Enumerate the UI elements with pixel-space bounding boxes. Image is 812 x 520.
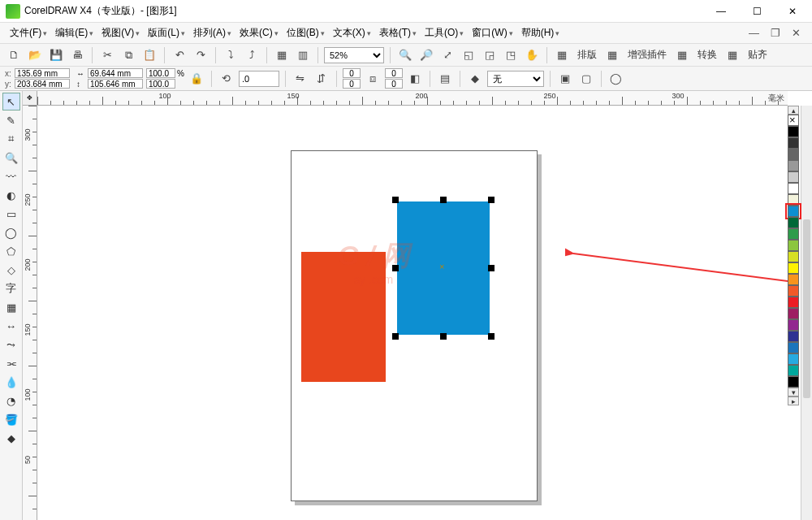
table-tool[interactable]: ▦	[2, 298, 20, 316]
zoom-tool[interactable]: 🔍	[2, 149, 20, 167]
to-back-icon[interactable]: ▢	[577, 70, 595, 88]
color-swatch[interactable]	[788, 194, 799, 206]
print-icon[interactable]: 🖶	[68, 46, 86, 64]
crop-tool[interactable]: ⌗	[2, 130, 20, 148]
color-swatch[interactable]	[788, 365, 799, 376]
orange-rectangle[interactable]	[301, 252, 386, 382]
menu-arrange[interactable]: 排列(A)▾	[190, 24, 235, 41]
canvas[interactable]: G / 网 sy .com ×	[37, 106, 788, 520]
color-swatch[interactable]	[788, 342, 799, 353]
menu-layout[interactable]: 版面(L)▾	[145, 24, 188, 41]
blend-tool[interactable]: ⫘	[2, 354, 20, 372]
window-minimize-button[interactable]: —	[703, 1, 739, 22]
color-swatch[interactable]	[788, 319, 799, 331]
color-swatch[interactable]	[788, 297, 799, 308]
basic-shapes-tool[interactable]: ◇	[2, 261, 20, 279]
menu-text[interactable]: 文本(X)▾	[330, 24, 374, 41]
color-swatch[interactable]	[788, 262, 799, 274]
color-swatch[interactable]	[788, 251, 799, 262]
window-close-button[interactable]: ✕	[775, 1, 810, 22]
scale-y-input[interactable]	[146, 79, 175, 89]
color-swatch[interactable]	[788, 274, 799, 285]
height-input[interactable]	[88, 79, 143, 89]
color-swatch[interactable]	[788, 376, 799, 388]
app-launcher-icon[interactable]: ▦	[273, 46, 291, 64]
corner-together-icon[interactable]: ◧	[406, 70, 424, 88]
zoom-all-icon[interactable]: ◳	[502, 46, 520, 64]
fill-tool[interactable]: 🪣	[2, 410, 20, 428]
outline-tool[interactable]: ◔	[2, 392, 20, 410]
menu-edit[interactable]: 编辑(E)▾	[52, 24, 97, 41]
color-swatch[interactable]	[788, 217, 799, 228]
color-swatch[interactable]	[788, 137, 799, 149]
connector-tool[interactable]: ⤳	[2, 336, 20, 353]
welcome-icon[interactable]: ▥	[294, 46, 312, 64]
convert-icon[interactable]: ▦	[673, 46, 691, 64]
doc-minimize-button[interactable]: —	[744, 27, 764, 39]
ruler-origin[interactable]: ✥	[23, 91, 37, 106]
menu-file[interactable]: 文件(F)▾	[6, 24, 50, 41]
menu-view[interactable]: 视图(V)▾	[98, 24, 143, 41]
menu-tools[interactable]: 工具(O)▾	[421, 24, 467, 41]
shape-tool[interactable]: ✎	[2, 111, 20, 129]
cut-icon[interactable]: ✂	[98, 46, 116, 64]
color-swatch[interactable]	[788, 240, 799, 251]
dimension-tool[interactable]: ↔	[2, 317, 20, 335]
doc-close-button[interactable]: ✕	[787, 27, 806, 39]
polygon-tool[interactable]: ⬠	[2, 242, 20, 260]
zoom-in-icon[interactable]: 🔍	[396, 46, 414, 64]
doc-restore-button[interactable]: ❐	[766, 27, 785, 39]
vertical-ruler[interactable]: 30025020015010050	[23, 106, 37, 520]
corner-br-input[interactable]	[385, 79, 403, 89]
scale-x-input[interactable]	[146, 68, 175, 78]
color-swatch[interactable]	[788, 183, 799, 194]
mirror-h-icon[interactable]: ⇋	[292, 70, 309, 88]
save-icon[interactable]: 💾	[47, 46, 65, 64]
pick-tool[interactable]: ↖	[2, 93, 20, 110]
rectangle-tool[interactable]: ▭	[2, 205, 20, 223]
color-swatch[interactable]	[788, 331, 799, 342]
outline-width-select[interactable]: 无	[487, 71, 544, 87]
paste-icon[interactable]: 📋	[140, 46, 158, 64]
text-tool[interactable]: 字	[2, 280, 20, 297]
color-swatch[interactable]	[788, 206, 799, 217]
menu-window[interactable]: 窗口(W)▾	[469, 24, 516, 41]
import-icon[interactable]: ⤵	[222, 46, 240, 64]
color-swatch[interactable]	[788, 149, 799, 160]
window-maximize-button[interactable]: ☐	[739, 1, 775, 22]
corner-lock-icon[interactable]: ⧈	[364, 70, 382, 88]
corner-tl-input[interactable]	[343, 68, 361, 78]
zoom-fit-icon[interactable]: ◱	[460, 46, 477, 64]
arrange-icon[interactable]: ▦	[553, 46, 571, 64]
zoom-page-icon[interactable]: ⤢	[438, 46, 456, 64]
menu-table[interactable]: 表格(T)▾	[376, 24, 420, 41]
export-icon[interactable]: ⤴	[243, 46, 261, 64]
color-swatch[interactable]	[788, 160, 799, 171]
menu-help[interactable]: 帮助(H)▾	[518, 24, 564, 41]
convert-curves-icon[interactable]: ◯	[607, 70, 625, 88]
corner-tr-input[interactable]	[385, 68, 403, 78]
vertical-scrollbar-thumb[interactable]	[803, 219, 810, 398]
to-front-icon[interactable]: ▣	[556, 70, 574, 88]
y-position-input[interactable]	[15, 79, 70, 89]
lock-ratio-icon[interactable]: 🔒	[188, 70, 205, 88]
color-swatch[interactable]	[788, 115, 799, 126]
vertical-scrollbar[interactable]	[801, 106, 812, 520]
color-swatch[interactable]	[788, 353, 799, 365]
palette-scroll-down[interactable]: ▾	[788, 388, 799, 396]
align-icon[interactable]: ▦	[723, 46, 741, 64]
undo-icon[interactable]: ↶	[171, 46, 188, 64]
palette-flyout[interactable]: ▸	[788, 396, 799, 405]
smart-fill-tool[interactable]: ◐	[2, 186, 20, 204]
interactive-fill-tool[interactable]: ◆	[2, 429, 20, 447]
redo-icon[interactable]: ↷	[192, 46, 209, 64]
ellipse-tool[interactable]: ◯	[2, 223, 20, 241]
corner-bl-input[interactable]	[343, 79, 361, 89]
color-swatch[interactable]	[788, 285, 799, 297]
mirror-v-icon[interactable]: ⇵	[313, 70, 330, 88]
open-icon[interactable]: 📂	[26, 46, 44, 64]
color-swatch[interactable]	[788, 228, 799, 240]
zoom-out-icon[interactable]: 🔎	[417, 46, 435, 64]
copy-icon[interactable]: ⧉	[119, 46, 137, 64]
horizontal-ruler[interactable]: 100150200250300	[37, 91, 788, 106]
